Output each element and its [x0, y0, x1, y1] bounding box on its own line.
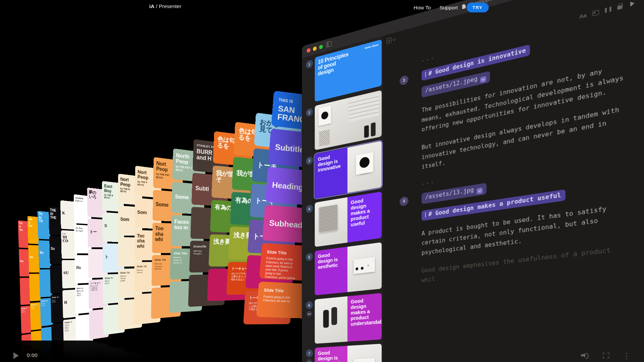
slide-card [20, 278, 30, 305]
slide-author: Dieter Rams [365, 43, 379, 49]
slide-photo [347, 141, 382, 193]
slide-color-half: Good design makes a product understandab… [347, 293, 382, 342]
slide-title: Good design is aesthetic [315, 247, 347, 273]
card-body: If you'r Francis [52, 299, 63, 303]
card-body: How Yo You go [41, 302, 51, 306]
slide-number-column: 1 [304, 58, 315, 105]
logo-name: / Presenter [156, 3, 181, 9]
traffic-lights [307, 44, 323, 53]
card-title: Su [30, 255, 39, 259]
slide-card: Su [28, 245, 40, 273]
slide-thumbnail[interactable]: Good design is innovative [315, 141, 381, 198]
slide-number-gutter: 3 [399, 75, 408, 86]
playback-time: 0:00 [27, 352, 38, 358]
slide-thumbnail-panel: 110 Principles of good designDieter Rams… [302, 36, 383, 362]
slide-number-column: 6AA [304, 299, 315, 344]
close-window-button[interactable] [307, 48, 311, 53]
slide-thumbnail[interactable]: Good design makes a product useful [315, 191, 381, 247]
editor-gutter [399, 181, 421, 191]
slide-number-gutter: 4 [399, 196, 408, 206]
card-title: TH A TH [19, 222, 27, 232]
editor-gutter [399, 229, 421, 261]
minimize-window-button[interactable] [313, 46, 317, 51]
editor-content: ---3# Good design is innovative/assets/1… [399, 5, 632, 288]
slide-title: Good design makes a product useful [347, 191, 382, 231]
slide-title: Good design makes a product understandab… [347, 293, 382, 330]
zoom-window-button[interactable] [319, 44, 323, 49]
chevron-down-icon [392, 37, 396, 41]
slide-row: 4Good design makes a product useful [304, 191, 383, 249]
slide-card [31, 330, 42, 341]
asset-chevron-icon[interactable] [480, 76, 486, 83]
editor-gutter [399, 106, 421, 139]
slide-number: 6 [306, 301, 313, 309]
slide-color-half: Good design makes a product useful [347, 191, 382, 242]
card-title: Su [40, 251, 50, 255]
slide-thumbnail[interactable]: Good design makes a product understandab… [315, 293, 381, 344]
card-title: TH A TH [29, 217, 38, 228]
slide-photo [315, 296, 347, 344]
card-title: K [62, 211, 75, 216]
editor-gutter [399, 87, 421, 103]
card-body: If you'r New Yo [21, 309, 30, 313]
card-title: DI CO [63, 235, 76, 243]
slide-card: Slide TiIf you'r New Yo [20, 306, 31, 334]
slide-number-column: 3 [304, 154, 315, 200]
volume-icon[interactable] [581, 352, 589, 359]
navbar: iA / Presenter How To Support TRY [0, 0, 644, 13]
slide-number-column: 4 [304, 203, 315, 249]
nav-link-support[interactable]: Support [439, 5, 458, 11]
slide-row: 6AAGood design makes a product understan… [304, 293, 383, 345]
card-title: SU [63, 271, 76, 275]
insert-control[interactable] [386, 36, 395, 44]
slide-row: 5Good design is aesthetic [304, 242, 383, 296]
slide-title: Good design is innovative [315, 148, 347, 177]
editor-gutter [399, 143, 421, 176]
nav-link-howto[interactable]: How To [414, 5, 431, 11]
slide-card: TH A TH [27, 216, 39, 244]
card-title: THE AI THE [50, 208, 61, 220]
slide-number: 1 [306, 59, 313, 69]
editor-gutter [399, 266, 421, 288]
slide-number: 4 [306, 204, 313, 214]
slide-color-half: Good design is aesthetic [315, 247, 347, 295]
slide-thumbnail[interactable]: Good design is aesthetic [315, 242, 381, 295]
nav-links: How To Support TRY [414, 3, 489, 12]
slide-card: Slide TiNew Yo holcan [30, 302, 42, 330]
slide-number: 3 [306, 156, 313, 165]
play-button[interactable] [13, 352, 19, 359]
editor-gutter [399, 58, 421, 70]
sidebar-toggle-icon[interactable] [326, 41, 332, 48]
window-body: 110 Principles of good designDieter Rams… [302, 0, 644, 362]
fullscreen-icon[interactable] [603, 353, 609, 358]
slide-card: TH A TH [18, 220, 29, 248]
editor-gutter [399, 211, 421, 224]
slide-number-column: 5 [304, 251, 315, 297]
slide-card [21, 334, 32, 341]
slide-style-badge: AA [307, 310, 312, 317]
app-window-scene: 10 principles of design.iapresenter — Ed… [302, 46, 604, 362]
slide-photo [347, 242, 382, 292]
text-cursor [425, 212, 426, 218]
text-cursor [425, 72, 426, 77]
page: TH A THSuSlide TiIf you'r New YoTH A THS… [0, 0, 644, 362]
slide-photo [315, 197, 347, 247]
editor-gutter: 3 [399, 71, 421, 86]
slide-card [21, 341, 32, 347]
asset-reference[interactable]: /assets/13.jpg [422, 183, 486, 204]
player-menu-icon[interactable] [626, 353, 627, 360]
slide-color-half: Good design is innovative [315, 148, 347, 199]
card-title: Su [20, 259, 28, 263]
insert-plus-icon [386, 37, 391, 44]
try-button[interactable]: TRY [467, 3, 489, 12]
slide-number: 5 [306, 253, 313, 261]
asset-chevron-icon[interactable] [477, 188, 482, 194]
video-player-controls: 0:00 [0, 347, 644, 362]
logo[interactable]: iA / Presenter [149, 3, 181, 9]
card-body: New Yo holcan [31, 306, 40, 310]
slide-card [29, 274, 41, 301]
card-title: Su [51, 247, 62, 251]
editor-gutter: 4 [399, 193, 421, 207]
markdown-editor[interactable]: Aa ---3# Good design is innovative/asset… [383, 0, 644, 362]
slide-card: Su [19, 249, 29, 277]
